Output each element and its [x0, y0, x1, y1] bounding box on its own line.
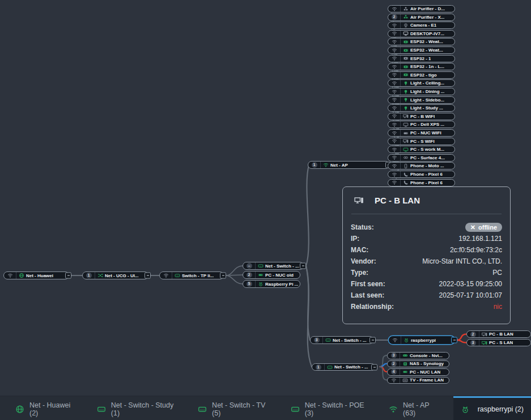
node-raspberry-pi-old[interactable]: 5Raspberry Pi ... [243, 280, 300, 288]
node-net-ap[interactable]: 1Net - AP [308, 161, 389, 169]
status-badge: ✕offline [465, 223, 502, 232]
node-20[interactable]: Phone - Pixel 6 [388, 171, 455, 178]
node-net-ucg[interactable]: 1Net - UCG - Ul... [82, 271, 148, 279]
type-value: PC [492, 269, 502, 277]
node-label: Light - Study ... [410, 105, 443, 111]
node-nas-synology[interactable]: 2NAS - Synology [387, 360, 449, 368]
port-badge: 2 [392, 14, 397, 20]
node-label: PC - S LAN [489, 340, 513, 345]
chip-icon [403, 64, 409, 70]
handset-icon [403, 180, 409, 185]
collapse-button[interactable] [369, 337, 376, 343]
tab-raspberrypi-2[interactable]: raspberrypi (2) [453, 396, 531, 420]
node-console-nvidia[interactable]: 3Console - Nvi... [387, 352, 449, 359]
tv-icon [402, 377, 408, 383]
nuc-icon [403, 130, 409, 136]
camera-icon [403, 23, 409, 28]
node-label: NAS - Synology [410, 361, 444, 366]
tab-net-switch-study-1[interactable]: Net - Switch - Study (1) [90, 396, 183, 420]
node-5[interactable]: ESP32 - Weat... [388, 46, 455, 54]
wifi-icon [388, 97, 401, 103]
vendor-value: Micro-Star INTL CO., LTD. [422, 257, 502, 265]
port-badge: 2 [391, 361, 397, 367]
wifi-icon [388, 31, 401, 37]
node-12[interactable]: Light - Study ... [388, 104, 455, 112]
node-label: Net - Switch - ... [333, 338, 367, 343]
tab-label: raspberrypi (2) [478, 405, 524, 413]
port-badge: – [247, 263, 252, 269]
node-pc-nuc-lan[interactable]: 4PC - NUC LAN [387, 368, 449, 376]
switch-icon [258, 263, 264, 269]
collapse-button[interactable] [220, 273, 226, 279]
node-label: Light - Dining ... [410, 89, 444, 94]
node-16[interactable]: PC - S WIFI [388, 138, 455, 145]
node-17[interactable]: PC - S work M... [388, 146, 455, 153]
node-label: PC - B WIFI [410, 114, 435, 119]
node-label: PC - NUC WIFI [410, 130, 441, 135]
node-2[interactable]: Camera - E1 [388, 22, 455, 29]
mac-label: MAC: [351, 246, 368, 254]
node-0[interactable]: Air Purifier - D... [388, 5, 455, 12]
wifi-icon [388, 39, 401, 45]
node-label: PC - NUC LAN [410, 370, 440, 375]
tab-label: Net - Switch - POE (3) [305, 401, 367, 417]
node-11[interactable]: Light - Sidebo... [388, 96, 455, 104]
node-6[interactable]: ESP32 - 1 [388, 55, 455, 62]
last-seen-value: 2025-07-17 10:01:07 [439, 291, 502, 299]
node-9[interactable]: Light - Ceiling... [388, 79, 455, 87]
node-3[interactable]: DESKTOP-IV7... [388, 30, 455, 37]
globe-icon [15, 405, 24, 414]
wifi-icon [388, 180, 401, 186]
node-raspberrypi[interactable]: raspberrypi [388, 336, 455, 345]
node-4[interactable]: ESP32 - Weat... [388, 38, 455, 45]
node-pc-s-lan[interactable]: 3PC - S LAN [466, 339, 531, 346]
detail-row-status: Status: ✕offline [351, 222, 502, 233]
chip-icon [403, 48, 409, 53]
node-pc-nuc-old[interactable]: 2PC - NUC old [243, 271, 300, 279]
node-tv-frame-lan[interactable]: TV - Frame LAN [387, 377, 449, 384]
wifi-icon [388, 63, 401, 70]
node-18[interactable]: PC - Surface 4... [388, 154, 455, 162]
wifi-icon [388, 171, 401, 177]
node-13[interactable]: PC - B WIFI [388, 113, 455, 120]
fan-icon [403, 6, 409, 12]
node-14[interactable]: PC - Dell XPS ... [388, 121, 455, 128]
bulb-icon [403, 97, 409, 103]
monitor-icon [403, 147, 409, 152]
node-switch-tp[interactable]: Switch - TP li... [159, 271, 224, 279]
collapse-button[interactable] [145, 273, 151, 279]
node-8[interactable]: ESP32 - tigo [388, 71, 455, 79]
node-15[interactable]: PC - NUC WIFI [388, 129, 455, 137]
mac-value: 2c:f0:5d:9e:73:2c [450, 246, 502, 254]
node-label: Net - Huawei [26, 273, 53, 278]
tab-net-switch-tv-5[interactable]: Net - Switch - TV (5) [190, 396, 276, 420]
wifi-icon [388, 121, 401, 128]
edge [380, 367, 387, 372]
node-net-switch-poe[interactable]: 1Net - Switch - ... [312, 363, 375, 371]
wifi-icon [160, 272, 172, 279]
chip-icon [403, 39, 409, 45]
pc-icon [403, 113, 409, 119]
node-label: Switch - TP li... [182, 273, 214, 278]
node-19[interactable]: Phone - Moto ... [388, 162, 455, 169]
collapse-button[interactable] [65, 273, 71, 279]
node-1[interactable]: 2Air Purifier - X... [388, 14, 455, 21]
node-21[interactable]: Phone - Pixel 6 [388, 179, 455, 186]
node-net-switch-study[interactable]: –Net - Switch - ... [243, 262, 304, 270]
tab-net-ap-63[interactable]: Net - AP (63) [381, 396, 446, 420]
collapse-button[interactable] [451, 337, 457, 343]
last-seen-label: Last seen: [351, 291, 384, 299]
collapse-button[interactable] [371, 364, 377, 370]
tab-net-switch-poe-3[interactable]: Net - Switch - POE (3) [283, 396, 374, 420]
collapse-button[interactable] [300, 263, 306, 269]
switch-icon [291, 405, 300, 414]
node-pc-b-lan[interactable]: 2PC - B LAN [466, 330, 531, 338]
wifi-icon [388, 56, 401, 62]
node-net-switch-tv[interactable]: 3Net - Switch - ... [310, 336, 373, 344]
topology-canvas[interactable]: Net - Huawei1Net - UCG - Ul...Switch - T… [0, 0, 531, 420]
tab-net-huawei-2[interactable]: Net - Huawei (2) [8, 396, 82, 420]
node-net-huawei[interactable]: Net - Huawei [3, 271, 69, 279]
edge [226, 266, 243, 275]
node-7[interactable]: ESP32 - 1n - L... [388, 63, 455, 70]
node-10[interactable]: Light - Dining ... [388, 88, 455, 95]
